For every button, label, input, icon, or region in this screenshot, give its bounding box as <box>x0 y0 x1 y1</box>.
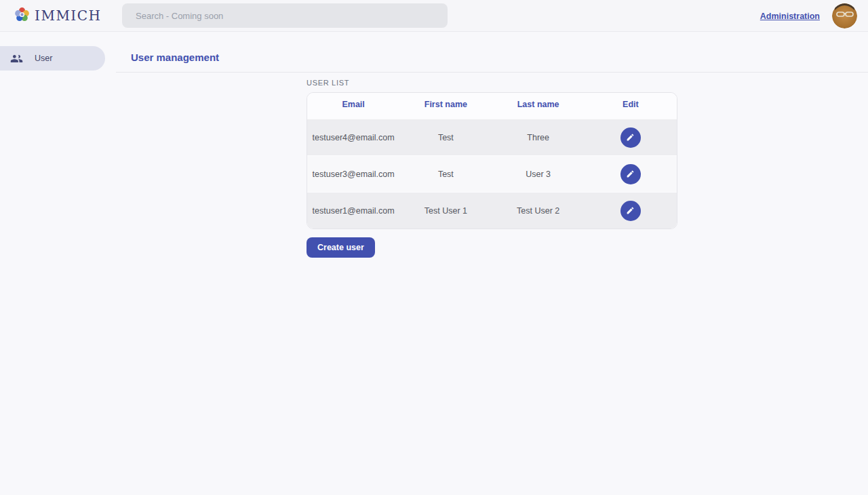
administration-link[interactable]: Administration <box>760 12 820 21</box>
cell-first-name: Test <box>399 170 492 179</box>
cell-email: testuser3@email.com <box>307 170 399 179</box>
immich-brand[interactable]: IMMICH <box>14 6 102 26</box>
sidebar-item-label: User <box>35 54 52 63</box>
brand-name: IMMICH <box>35 7 102 24</box>
main-content: User management USER LIST Email First na… <box>116 32 868 495</box>
pencil-edit-icon <box>626 133 635 142</box>
column-header-first-name: First name <box>399 100 492 109</box>
immich-flower-logo-icon <box>14 6 31 26</box>
search-input[interactable] <box>122 3 448 28</box>
table-row: testuser3@email.com Test User 3 <box>307 155 677 192</box>
pencil-edit-icon <box>626 170 635 178</box>
edit-user-button[interactable] <box>620 201 641 221</box>
edit-user-button[interactable] <box>620 164 641 184</box>
cell-last-name: User 3 <box>492 170 585 179</box>
user-table-header: Email First name Last name Edit <box>307 93 677 116</box>
table-row: testuser1@email.com Test User 1 Test Use… <box>307 192 677 229</box>
column-header-edit: Edit <box>585 100 677 109</box>
cell-first-name: Test <box>399 133 492 142</box>
user-avatar[interactable] <box>832 3 857 28</box>
create-user-button[interactable]: Create user <box>307 237 375 258</box>
column-header-last-name: Last name <box>492 100 585 109</box>
table-row: testuser4@email.com Test Three <box>307 119 677 155</box>
edit-user-button[interactable] <box>620 127 641 148</box>
user-table: Email First name Last name Edit testuser… <box>307 92 677 229</box>
title-divider <box>116 72 868 73</box>
cell-email: testuser1@email.com <box>307 206 399 216</box>
user-group-icon <box>10 52 23 65</box>
cell-last-name: Test User 2 <box>492 206 585 216</box>
cell-email: testuser4@email.com <box>307 133 399 142</box>
cell-last-name: Three <box>492 133 585 142</box>
user-list-section-label: USER LIST <box>307 79 677 87</box>
sidebar: User <box>0 32 116 495</box>
sidebar-item-user[interactable]: User <box>0 46 105 71</box>
cell-first-name: Test User 1 <box>399 206 492 216</box>
top-navbar: IMMICH Administration <box>0 0 868 32</box>
pencil-edit-icon <box>626 206 635 215</box>
page-title: User management <box>131 52 219 63</box>
column-header-email: Email <box>307 100 399 109</box>
